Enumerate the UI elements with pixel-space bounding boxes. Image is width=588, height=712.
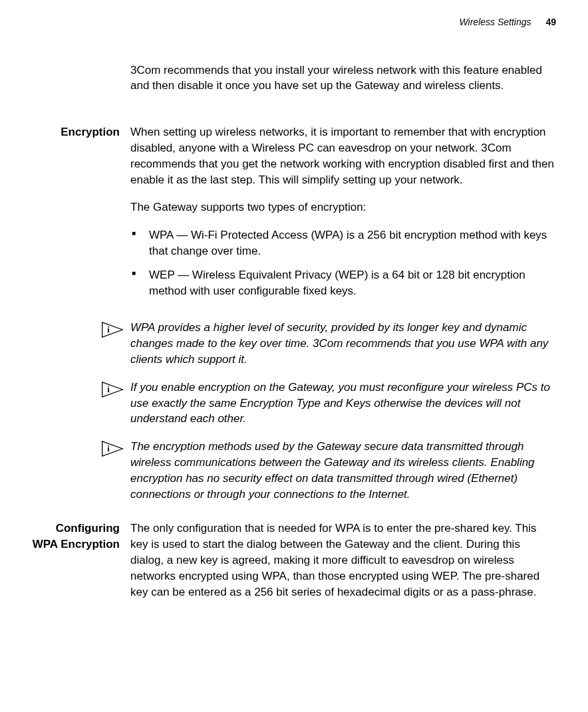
- note-text: The encryption methods used by the Gatew…: [130, 439, 556, 502]
- intro-paragraph: 3Com recommends that you install your wi…: [130, 62, 556, 94]
- info-note: i The encryption methods used by the Gat…: [101, 439, 556, 502]
- info-icon: i: [101, 439, 130, 457]
- svg-text:i: i: [107, 326, 110, 335]
- header-section: Wireless Settings: [460, 17, 531, 27]
- encryption-bullet-list: WPA — Wi-Fi Protected Access (WPA) is a …: [130, 227, 556, 298]
- header-page-number: 49: [545, 17, 556, 27]
- info-icon: i: [101, 320, 130, 338]
- encryption-paragraph-2: The Gateway supports two types of encryp…: [130, 199, 556, 215]
- section-heading-wpa: Configuring WPA Encryption: [33, 522, 120, 550]
- info-note: i If you enable encryption on the Gatewa…: [101, 380, 556, 427]
- note-text: If you enable encryption on the Gateway,…: [130, 380, 556, 427]
- svg-marker-2: [102, 382, 123, 397]
- encryption-paragraph-1: When setting up wireless networks, it is…: [130, 124, 556, 187]
- list-item: WEP — Wireless Equivalent Privacy (WEP) …: [130, 267, 556, 299]
- svg-text:i: i: [107, 444, 110, 453]
- info-icon: i: [101, 380, 130, 398]
- svg-marker-0: [102, 322, 123, 337]
- note-text: WPA provides a higher level of security,…: [130, 320, 556, 367]
- svg-marker-4: [102, 441, 123, 456]
- svg-text:i: i: [107, 385, 110, 394]
- section-heading-encryption: Encryption: [61, 126, 120, 138]
- list-item: WPA — Wi-Fi Protected Access (WPA) is a …: [130, 227, 556, 259]
- info-note: i WPA provides a higher level of securit…: [101, 320, 556, 367]
- wpa-paragraph-1: The only configuration that is needed fo…: [130, 521, 556, 600]
- page-header: Wireless Settings 49: [32, 16, 556, 29]
